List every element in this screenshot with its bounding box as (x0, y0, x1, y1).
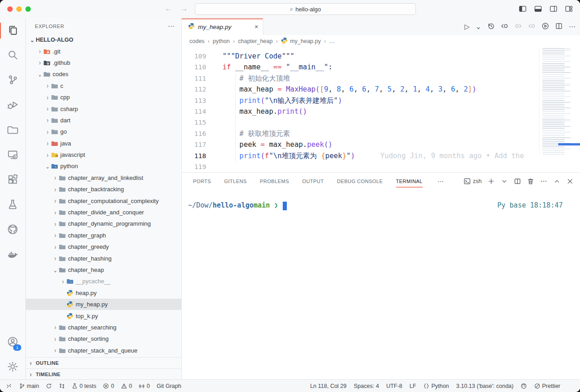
status-notifications[interactable] (568, 383, 574, 389)
tree-item-chapter-dynamic-programming[interactable]: ›chapter_dynamic_programming (26, 218, 181, 229)
code-line-112[interactable]: 112 max_heap = MaxHeap([9, 8, 6, 6, 7, 5… (182, 84, 539, 95)
activity-item-github[interactable] (0, 218, 25, 242)
minimap[interactable] (539, 47, 576, 156)
status-indentation[interactable]: Spaces: 4 (354, 383, 379, 389)
code-line-115[interactable]: 115 (182, 117, 539, 128)
toggle-panel-icon[interactable] (534, 5, 542, 15)
tree-item-my-heap-py[interactable]: my_heap.py (26, 299, 181, 310)
code-line-114[interactable]: 114 max_heap.print() (182, 106, 539, 117)
status-git-branch[interactable]: main (19, 383, 39, 389)
panel-tab-output[interactable]: OUTPUT (302, 177, 324, 186)
status-remote-indicator[interactable] (6, 383, 12, 389)
status-warnings[interactable]: 0 (121, 383, 132, 389)
breadcrumb-item[interactable]: my_heap.py (281, 37, 321, 45)
tree-item-codes[interactable]: ⌄codes (26, 68, 181, 80)
tree-item--github[interactable]: ›.github (26, 57, 181, 68)
code-line-118[interactable]: 118 print(f"\n堆顶元素为 {peek}")Yudong Jin, … (182, 150, 539, 161)
breadcrumb-item[interactable]: codes (189, 38, 204, 44)
tree-item-csharp[interactable]: ›csharp (26, 103, 181, 114)
kill-terminal-icon[interactable] (527, 178, 534, 185)
panel-more-icon[interactable] (540, 178, 547, 185)
activity-item-testing[interactable] (0, 193, 25, 218)
tree-item-python[interactable]: ⌄python (26, 160, 181, 172)
activity-item-explorer[interactable] (0, 18, 25, 43)
tree-item-javascript[interactable]: ›JSjavascript (26, 149, 181, 160)
tree-item-chapter-graph[interactable]: ›chapter_graph (26, 230, 181, 241)
sidebar-section-outline[interactable]: ›OUTLINE (26, 357, 181, 368)
tree-item-chapter-searching[interactable]: ›chapter_searching (26, 322, 181, 333)
sidebar-section-timeline[interactable]: ›TIMELINE (26, 368, 181, 380)
tree-item-chapter-hashing[interactable]: ›chapter_hashing (26, 252, 181, 264)
more-actions-icon[interactable]: ⋯ (569, 23, 575, 31)
tree-item-chapter-backtracking[interactable]: ›chapter_backtracking (26, 184, 181, 195)
open-changes-icon[interactable] (501, 22, 508, 32)
breadcrumb-item[interactable]: python (213, 38, 230, 44)
code-line-111[interactable]: 111 # 初始化大顶堆 (182, 73, 539, 84)
activity-item-docker[interactable] (0, 242, 25, 267)
code-line-116[interactable]: 116 # 获取堆顶元素 (182, 128, 539, 139)
status-git-compare[interactable] (59, 383, 65, 389)
history-forward-icon[interactable]: → (181, 5, 188, 12)
breadcrumb-item[interactable]: chapter_heap (238, 38, 272, 44)
panel-tab-ports[interactable]: PORTS (193, 177, 211, 186)
panel-tab-debug-console[interactable]: DEBUG CONSOLE (337, 177, 383, 186)
status-copilot[interactable] (521, 383, 527, 389)
toggle-secondary-sidebar-icon[interactable] (550, 5, 557, 15)
zoom-window-icon[interactable] (25, 6, 31, 12)
tree-item-chapter-array-and-linkedlist[interactable]: ›chapter_array_and_linkedlist (26, 172, 181, 184)
activity-item-run-debug[interactable] (0, 93, 25, 118)
tree-item-dart[interactable]: ›dart (26, 115, 181, 126)
panel-tab-terminal[interactable]: TERMINAL (396, 177, 423, 186)
tree-item-chapter-heap[interactable]: ⌄chapter_heap (26, 264, 181, 276)
run-icon[interactable]: ▷ (464, 23, 470, 31)
command-center-search[interactable]: ⌕ hello-algo (195, 3, 416, 15)
explorer-more-actions-icon[interactable]: ⋯ (168, 22, 175, 30)
close-window-icon[interactable] (7, 6, 13, 12)
tree-item-go[interactable]: ›go (26, 126, 181, 137)
git-graph-view-icon[interactable] (541, 22, 549, 32)
new-terminal-icon[interactable] (488, 178, 495, 185)
customize-layout-icon[interactable] (565, 5, 573, 15)
close-tab-icon[interactable]: × (255, 23, 258, 30)
activity-item-extensions[interactable] (0, 168, 25, 193)
status-git-graph[interactable]: Git Graph (157, 383, 181, 389)
code-line-113[interactable]: 113 print("\n输入列表并建堆后") (182, 95, 539, 106)
tree-item-chapter-divide-and-conquer[interactable]: ›chapter_divide_and_conquer (26, 207, 181, 218)
panel-tab-problems[interactable]: PROBLEMS (260, 177, 289, 186)
terminal[interactable]: ~/Dow/hello-algo main❯ Py base 18:18:47 (182, 190, 580, 380)
panel-tabs-more-icon[interactable]: ⋯ (438, 178, 445, 185)
status-python-interpreter[interactable]: 3.10.13 ('base': conda) (456, 383, 513, 389)
breadcrumb-item[interactable]: … (329, 38, 335, 44)
status-tests[interactable]: 0 tests (72, 383, 96, 389)
tree-item-chapter-greedy[interactable]: ›chapter_greedy (26, 241, 181, 252)
tab-my-heap[interactable]: my_heap.py × (182, 18, 263, 35)
activity-item-remote-explorer[interactable] (0, 143, 25, 168)
tree-item-c[interactable]: ›c (26, 80, 181, 92)
activity-item-settings[interactable] (0, 355, 25, 380)
run-dropdown-icon[interactable]: ⌄ (475, 23, 481, 31)
code-line-109[interactable]: 109"""Driver Code""" (182, 51, 539, 62)
toggle-primary-sidebar-icon[interactable] (519, 5, 527, 15)
status-errors[interactable]: 0 (103, 383, 114, 389)
file-history-icon[interactable] (487, 22, 495, 32)
code-editor[interactable]: 109"""Driver Code"""110if __name__ == "_… (182, 47, 580, 172)
status-eol[interactable]: LF (410, 383, 416, 389)
tree-item-chapter-computational-complexity[interactable]: ›chapter_computational_complexity (26, 195, 181, 206)
tree-item-chapter-sorting[interactable]: ›chapter_sorting (26, 333, 181, 344)
split-editor-icon[interactable] (555, 22, 563, 32)
status-prettier[interactable]: Prettier (534, 383, 561, 389)
history-back-icon[interactable]: ← (165, 5, 172, 12)
tree-item-top-k-py[interactable]: top_k.py (26, 310, 181, 321)
activity-item-accounts[interactable]: 1 (0, 330, 25, 355)
code-line-119[interactable]: 119 (182, 161, 539, 172)
activity-item-search[interactable] (0, 43, 25, 68)
activity-item-folder-view[interactable] (0, 118, 25, 143)
terminal-dropdown-icon[interactable] (501, 178, 508, 185)
tree-item-cpp[interactable]: ›cpp (26, 92, 181, 103)
tree-item--git[interactable]: ›.git (26, 45, 181, 57)
close-panel-icon[interactable] (566, 178, 574, 185)
code-line-117[interactable]: 117 peek = max_heap.peek() (182, 139, 539, 150)
maximize-panel-icon[interactable] (553, 178, 561, 185)
status-ports[interactable]: 0 (139, 383, 150, 389)
terminal-profile-icon[interactable]: zsh (464, 178, 482, 185)
